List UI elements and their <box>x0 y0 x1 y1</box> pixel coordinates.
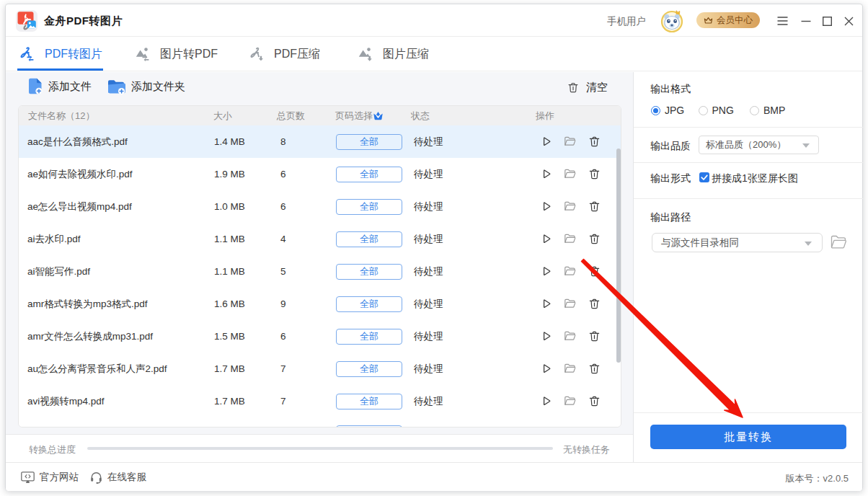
file-name: ae如何去除视频水印.pdf <box>27 158 133 190</box>
page-range-button[interactable]: 全部 <box>336 361 402 377</box>
page-range-button[interactable]: 全部 <box>336 329 402 345</box>
page-range-button[interactable]: 全部 <box>336 296 402 312</box>
tab-image-compress[interactable]: 图片压缩 <box>358 37 429 71</box>
minimize-button[interactable] <box>797 12 815 30</box>
vip-center-label: 会员中心 <box>717 14 753 27</box>
page-range-button[interactable]: 全部 <box>336 167 402 182</box>
close-button[interactable] <box>840 12 857 30</box>
table-row[interactable]: ai去水印.pdf 1.1 MB 4 全部 待处理 <box>19 223 621 255</box>
maximize-button[interactable] <box>818 12 836 30</box>
delete-trash-icon[interactable] <box>588 330 601 342</box>
open-folder-icon[interactable] <box>564 168 576 180</box>
convert-play-icon[interactable] <box>540 298 552 310</box>
delete-trash-icon[interactable] <box>588 136 601 148</box>
delete-trash-icon[interactable] <box>588 265 601 278</box>
convert-play-icon[interactable] <box>540 330 552 342</box>
delete-trash-icon[interactable] <box>588 168 601 180</box>
page-range-button[interactable]: 全部 <box>336 199 402 215</box>
maximize-icon <box>823 17 832 26</box>
convert-play-icon[interactable] <box>540 233 552 245</box>
output-quality-dropdown[interactable]: 标准品质（200%） <box>699 136 819 154</box>
add-file-button[interactable]: 添加文件 <box>27 76 92 97</box>
page-range-button[interactable]: 全部 <box>336 264 402 280</box>
app-window: 金舟PDF转图片 手机用户 会员中心 <box>5 4 863 491</box>
open-folder-icon[interactable] <box>564 233 576 245</box>
output-path-dropdown[interactable]: 与源文件目录相同 <box>652 233 823 252</box>
open-folder-icon[interactable] <box>564 298 576 310</box>
tab-image-to-pdf[interactable]: 图片转PDF <box>136 37 218 71</box>
file-status: 待处理 <box>414 385 443 417</box>
convert-play-icon[interactable] <box>540 168 552 180</box>
table-row[interactable]: amr文件怎么转换成mp31.pdf 1.5 MB 6 全部 待处理 <box>19 320 621 353</box>
file-size: 1.9 MB <box>214 158 245 190</box>
delete-trash-icon[interactable] <box>588 233 601 245</box>
app-title: 金舟PDF转图片 <box>44 14 123 28</box>
official-website-link[interactable]: 官方网站 <box>21 463 79 492</box>
delete-trash-icon[interactable] <box>588 363 601 375</box>
radio-bmp[interactable]: BMP <box>750 105 785 116</box>
add-file-icon <box>27 78 43 95</box>
file-status: 待处理 <box>414 190 443 223</box>
clear-list-button[interactable]: 清空 <box>567 80 608 94</box>
delete-trash-icon[interactable] <box>588 298 601 310</box>
output-format-label: 输出格式 <box>650 83 691 96</box>
sidebar-divider <box>633 72 634 462</box>
open-folder-icon[interactable] <box>564 200 576 213</box>
delete-trash-icon[interactable] <box>588 200 601 213</box>
table-row[interactable]: aac是什么音频格式.pdf 1.4 MB 8 全部 待处理 <box>19 125 621 158</box>
table-row[interactable]: amr格式转换为mp3格式.pdf 1.6 MB 9 全部 待处理 <box>19 288 621 320</box>
menu-button[interactable] <box>774 12 791 30</box>
browse-folder-icon[interactable] <box>831 235 847 249</box>
table-scrollbar-thumb[interactable] <box>616 149 621 363</box>
tab-pdf-to-image[interactable]: PDF转图片 <box>20 37 102 71</box>
table-row[interactable]: avi视频转mp4.pdf 1.7 MB 7 全部 待处理 <box>19 385 621 417</box>
open-folder-icon[interactable] <box>564 265 576 278</box>
convert-play-icon[interactable] <box>540 395 552 407</box>
file-name: amr文件怎么转换成mp31.pdf <box>27 320 153 353</box>
table-row[interactable]: ai智能写作.pdf 1.1 MB 5 全部 待处理 <box>19 255 621 288</box>
file-status: 待处理 <box>414 353 443 385</box>
convert-play-icon[interactable] <box>540 363 552 375</box>
table-header: 文件名称（12） 大小 总页数 页码选择 状态 操作 <box>19 106 621 125</box>
stitch-long-image-checkbox[interactable] <box>699 172 709 182</box>
table-row[interactable]: ae如何去除视频水印.pdf 1.9 MB 6 全部 待处理 <box>19 158 621 190</box>
open-folder-icon[interactable] <box>564 136 576 148</box>
radio-jpg[interactable]: JPG <box>651 105 684 116</box>
tab-label: PDF压缩 <box>274 47 320 62</box>
clear-label: 清空 <box>586 81 608 94</box>
table-row[interactable]: au怎么分离背景音乐和人声2.pdf 1.7 MB 7 全部 待处理 <box>19 353 621 385</box>
convert-play-icon[interactable] <box>540 136 552 148</box>
open-folder-icon[interactable] <box>564 363 576 375</box>
table-row-partial[interactable]: 全部 <box>19 417 621 428</box>
batch-convert-button[interactable]: 批量转换 <box>650 425 846 449</box>
file-pages: 7 <box>280 385 286 417</box>
convert-play-icon[interactable] <box>540 265 552 278</box>
vip-center-button[interactable]: 会员中心 <box>696 12 760 28</box>
file-status: 待处理 <box>414 158 443 190</box>
sidebar-section-divider <box>634 198 864 199</box>
open-folder-icon[interactable] <box>564 330 576 342</box>
online-support-link[interactable]: 在线客服 <box>90 463 146 492</box>
page-range-button[interactable]: 全部 <box>336 134 402 150</box>
user-label[interactable]: 手机用户 <box>607 15 646 28</box>
open-folder-icon[interactable] <box>564 395 576 407</box>
page-range-button[interactable]: 全部 <box>336 394 402 409</box>
page-range-button[interactable]: 全部 <box>336 425 402 428</box>
user-avatar[interactable] <box>659 9 685 35</box>
table-row[interactable]: ae怎么导出视频mp4.pdf 1.0 MB 6 全部 待处理 <box>19 190 621 223</box>
stitch-long-image-label[interactable]: 拼接成1张竖屏长图 <box>712 172 798 185</box>
file-size: 1.7 MB <box>214 353 245 385</box>
convert-play-icon[interactable] <box>540 200 552 213</box>
column-header-name: 文件名称（12） <box>28 106 94 125</box>
radio-jpg-label: JPG <box>665 105 684 116</box>
tab-label: 图片转PDF <box>160 47 218 62</box>
radio-dot <box>699 106 708 115</box>
sidebar-section-divider <box>634 127 864 128</box>
radio-png[interactable]: PNG <box>699 105 734 116</box>
delete-trash-icon[interactable] <box>588 395 601 407</box>
add-folder-button[interactable]: 添加文件夹 <box>107 76 185 97</box>
page-range-button[interactable]: 全部 <box>336 231 402 247</box>
tab-pdf-compress[interactable]: PDF压缩 <box>250 37 320 71</box>
vip-crown-badge-icon <box>373 110 384 121</box>
website-icon <box>21 471 35 484</box>
